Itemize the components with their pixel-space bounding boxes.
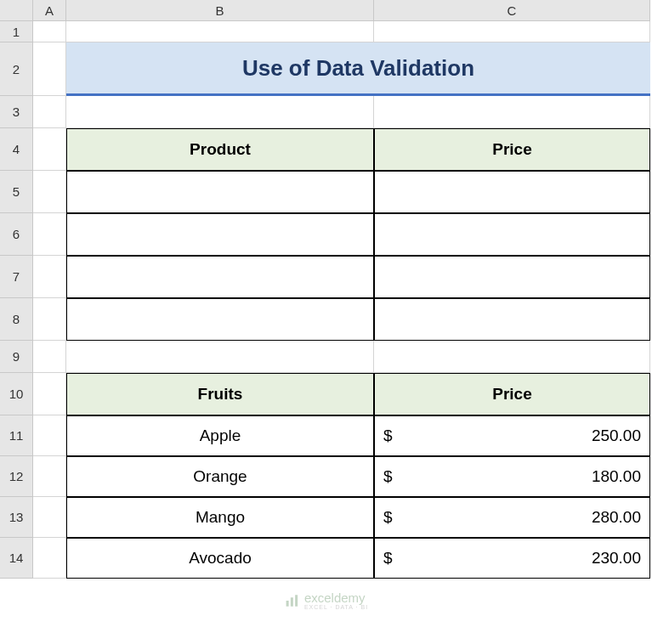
- cell-a12[interactable]: [33, 456, 66, 497]
- table1-row0-product[interactable]: [66, 171, 374, 213]
- table2-row2-fruit[interactable]: Mango: [66, 497, 374, 538]
- table1-row1-price[interactable]: [374, 213, 650, 256]
- cell-a11[interactable]: [33, 415, 66, 456]
- cell-a2[interactable]: [33, 42, 66, 96]
- row-header-3[interactable]: 3: [0, 96, 33, 128]
- currency-symbol: $: [383, 427, 393, 445]
- cell-a14[interactable]: [33, 538, 66, 579]
- row-header-7[interactable]: 7: [0, 256, 33, 298]
- cell-a7[interactable]: [33, 256, 66, 298]
- table2-row0-price[interactable]: $ 250.00: [374, 415, 650, 456]
- table1-row1-product[interactable]: [66, 213, 374, 256]
- currency-symbol: $: [383, 549, 393, 568]
- cell-a6[interactable]: [33, 213, 66, 256]
- row-header-8[interactable]: 8: [0, 298, 33, 341]
- cell-c3[interactable]: [374, 96, 650, 128]
- col-header-c[interactable]: C: [374, 0, 650, 21]
- table2-header-price[interactable]: Price: [374, 373, 650, 415]
- cell-a8[interactable]: [33, 298, 66, 341]
- table1-row3-product[interactable]: [66, 298, 374, 341]
- table2-row3-price[interactable]: $ 230.00: [374, 538, 650, 579]
- row-header-1[interactable]: 1: [0, 21, 33, 42]
- spreadsheet-grid: A B C 1 2 Use of Data Validation 3 4 Pro…: [0, 0, 652, 579]
- cell-c1[interactable]: [374, 21, 650, 42]
- row-header-10[interactable]: 10: [0, 373, 33, 415]
- table2-row1-price[interactable]: $ 180.00: [374, 456, 650, 497]
- cell-c9[interactable]: [374, 341, 650, 373]
- cell-b1[interactable]: [66, 21, 374, 42]
- price-value: 250.00: [592, 427, 641, 445]
- table1-row0-price[interactable]: [374, 171, 650, 213]
- row-header-12[interactable]: 12: [0, 456, 33, 497]
- row-header-14[interactable]: 14: [0, 538, 33, 579]
- cell-b3[interactable]: [66, 96, 374, 128]
- watermark-brand: exceldemy: [304, 591, 368, 604]
- row-header-6[interactable]: 6: [0, 213, 33, 256]
- watermark: exceldemy EXCEL · DATA · BI: [284, 591, 368, 610]
- col-header-b[interactable]: B: [66, 0, 374, 21]
- currency-symbol: $: [383, 467, 393, 486]
- svg-rect-1: [290, 597, 292, 607]
- cell-a13[interactable]: [33, 497, 66, 538]
- table2-header-fruits[interactable]: Fruits: [66, 373, 374, 415]
- table1-row3-price[interactable]: [374, 298, 650, 341]
- watermark-sub: EXCEL · DATA · BI: [304, 604, 368, 610]
- price-value: 180.00: [592, 467, 641, 486]
- cell-a10[interactable]: [33, 373, 66, 415]
- col-header-a[interactable]: A: [33, 0, 66, 21]
- row-header-13[interactable]: 13: [0, 497, 33, 538]
- cell-a1[interactable]: [33, 21, 66, 42]
- table1-row2-price[interactable]: [374, 256, 650, 298]
- table1-header-price[interactable]: Price: [374, 128, 650, 171]
- title-cell[interactable]: Use of Data Validation: [66, 42, 650, 96]
- table2-row2-price[interactable]: $ 280.00: [374, 497, 650, 538]
- price-value: 230.00: [592, 549, 641, 568]
- cell-a9[interactable]: [33, 341, 66, 373]
- row-header-11[interactable]: 11: [0, 415, 33, 456]
- cell-b9[interactable]: [66, 341, 374, 373]
- table2-row3-fruit[interactable]: Avocado: [66, 538, 374, 579]
- table1-row2-product[interactable]: [66, 256, 374, 298]
- table1-header-product[interactable]: Product: [66, 128, 374, 171]
- cell-a4[interactable]: [33, 128, 66, 171]
- select-all-corner[interactable]: [0, 0, 33, 21]
- table2-row1-fruit[interactable]: Orange: [66, 456, 374, 497]
- svg-rect-2: [295, 595, 298, 607]
- row-header-4[interactable]: 4: [0, 128, 33, 171]
- row-header-5[interactable]: 5: [0, 171, 33, 213]
- cell-a5[interactable]: [33, 171, 66, 213]
- chart-icon: [284, 593, 299, 608]
- row-header-2[interactable]: 2: [0, 42, 33, 96]
- row-header-9[interactable]: 9: [0, 341, 33, 373]
- currency-symbol: $: [383, 508, 393, 527]
- table2-row0-fruit[interactable]: Apple: [66, 415, 374, 456]
- cell-a3[interactable]: [33, 96, 66, 128]
- price-value: 280.00: [592, 508, 641, 527]
- svg-rect-0: [286, 601, 288, 607]
